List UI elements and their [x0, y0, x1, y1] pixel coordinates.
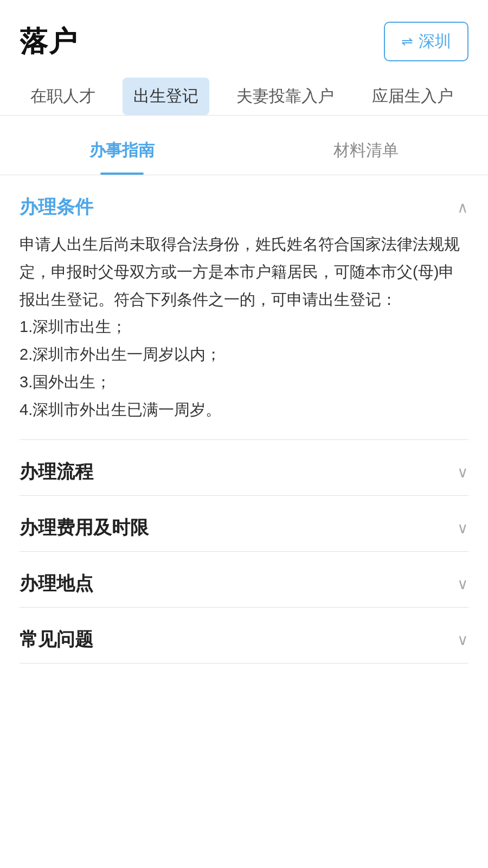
section-fee-title: 办理费用及时限 — [20, 515, 149, 540]
section-conditions-header[interactable]: 办理条件 ∧ — [20, 175, 468, 231]
tab-materials[interactable]: 材料清单 — [244, 126, 488, 175]
chevron-down-icon-fee: ∨ — [457, 519, 468, 537]
section-location-title: 办理地点 — [20, 571, 93, 596]
nav-tab-chusheng[interactable]: 出生登记 — [123, 78, 209, 115]
section-faq-title: 常见问题 — [20, 627, 93, 652]
nav-tab-yingjie[interactable]: 应届生入户 — [361, 78, 464, 115]
section-location: 办理地点 ∨ — [20, 552, 468, 608]
section-location-header[interactable]: 办理地点 ∨ — [20, 552, 468, 607]
chevron-down-icon-faq: ∨ — [457, 631, 468, 649]
nav-tabs: 在职人才 出生登记 夫妻投靠入户 应届生入户 — [0, 72, 488, 115]
section-faq-header[interactable]: 常见问题 ∨ — [20, 608, 468, 663]
chevron-up-icon: ∧ — [457, 199, 468, 216]
section-conditions: 办理条件 ∧ 申请人出生后尚未取得合法身份，姓氏姓名符合国家法律法规规定，申报时… — [20, 175, 468, 440]
city-label: 深圳 — [419, 30, 451, 53]
header: 落户 ⇌ 深圳 — [0, 0, 488, 72]
section-conditions-title: 办理条件 — [20, 195, 93, 220]
content-tabs: 办事指南 材料清单 — [0, 126, 488, 175]
nav-divider — [0, 115, 488, 116]
city-button[interactable]: ⇌ 深圳 — [384, 22, 468, 61]
page-title: 落户 — [20, 23, 78, 61]
chevron-down-icon-process: ∨ — [457, 463, 468, 481]
section-process: 办理流程 ∨ — [20, 440, 468, 496]
tab-guide[interactable]: 办事指南 — [0, 126, 244, 175]
conditions-text: 申请人出生后尚未取得合法身份，姓氏姓名符合国家法律法规规定，申报时父母双方或一方… — [20, 231, 468, 423]
swap-icon: ⇌ — [401, 33, 413, 50]
section-conditions-content: 申请人出生后尚未取得合法身份，姓氏姓名符合国家法律法规规定，申报时父母双方或一方… — [20, 231, 468, 439]
section-faq: 常见问题 ∨ — [20, 608, 468, 663]
nav-tab-zaizhi[interactable]: 在职人才 — [20, 78, 106, 115]
section-process-header[interactable]: 办理流程 ∨ — [20, 440, 468, 495]
section-process-title: 办理流程 — [20, 459, 93, 484]
chevron-down-icon-location: ∨ — [457, 575, 468, 593]
section-fee: 办理费用及时限 ∨ — [20, 496, 468, 552]
main-content: 办理条件 ∧ 申请人出生后尚未取得合法身份，姓氏姓名符合国家法律法规规定，申报时… — [0, 175, 488, 663]
nav-tab-fuqi[interactable]: 夫妻投靠入户 — [226, 78, 345, 115]
section-fee-header[interactable]: 办理费用及时限 ∨ — [20, 496, 468, 551]
